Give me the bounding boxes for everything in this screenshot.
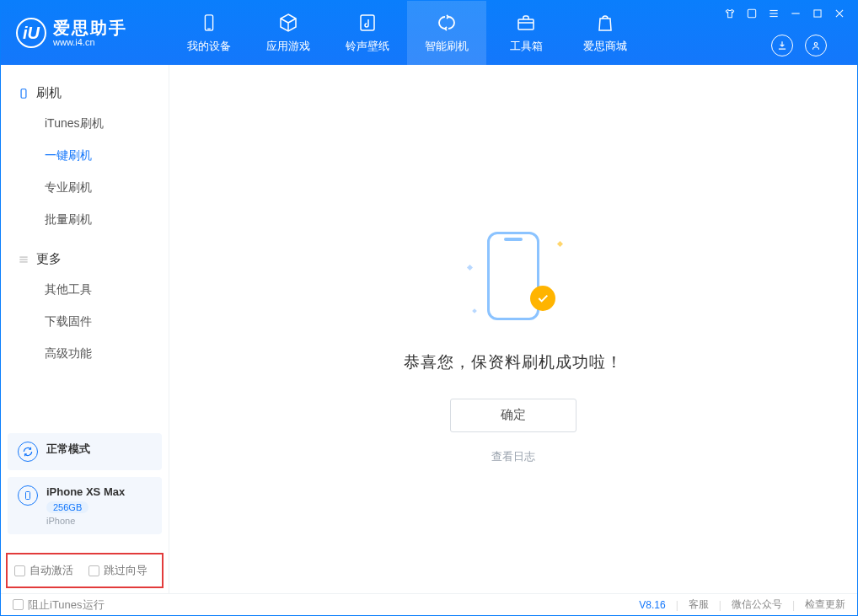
tab-my-device[interactable]: 我的设备 bbox=[169, 1, 249, 65]
app-logo: iU 爱思助手 www.i4.cn bbox=[1, 18, 169, 48]
menu-lines-icon bbox=[18, 254, 29, 265]
tab-label: 爱思商城 bbox=[583, 39, 627, 54]
titlebar: iU 爱思助手 www.i4.cn 我的设备 应用游戏 铃声壁纸 智能刷机 工具… bbox=[1, 1, 857, 65]
check-icon bbox=[530, 286, 555, 311]
lock-icon[interactable] bbox=[746, 8, 758, 19]
link-wechat[interactable]: 微信公众号 bbox=[732, 597, 782, 612]
device-type: iPhone bbox=[46, 516, 125, 526]
device-card-normal-mode[interactable]: 正常模式 bbox=[8, 433, 162, 470]
cube-icon bbox=[277, 12, 299, 34]
music-icon bbox=[357, 12, 378, 34]
tab-label: 工具箱 bbox=[510, 39, 543, 54]
tshirt-icon[interactable] bbox=[724, 8, 736, 19]
device-card-iphone[interactable]: iPhone XS Max 256GB iPhone bbox=[8, 477, 162, 534]
reload-icon bbox=[18, 442, 38, 462]
window-controls bbox=[724, 1, 857, 65]
tab-ringtone-wallpaper[interactable]: 铃声壁纸 bbox=[328, 1, 407, 65]
svg-rect-0 bbox=[205, 15, 212, 30]
svg-rect-2 bbox=[361, 15, 374, 30]
view-log-link[interactable]: 查看日志 bbox=[491, 449, 535, 464]
link-check-update[interactable]: 检查更新 bbox=[805, 597, 845, 612]
sidebar-item-other-tools[interactable]: 其他工具 bbox=[1, 274, 169, 306]
checkbox-label: 阻止iTunes运行 bbox=[28, 597, 105, 613]
checkbox-box bbox=[13, 599, 24, 610]
refresh-icon bbox=[436, 12, 458, 34]
version-label: V8.16 bbox=[639, 599, 665, 611]
app-name: 爱思助手 bbox=[53, 19, 127, 37]
svg-rect-13 bbox=[21, 88, 26, 98]
svg-point-12 bbox=[814, 43, 818, 46]
svg-rect-17 bbox=[26, 492, 30, 500]
phone-small-icon bbox=[18, 485, 38, 506]
sidebar-item-itunes-flash[interactable]: iTunes刷机 bbox=[1, 108, 169, 140]
svg-rect-3 bbox=[518, 19, 534, 29]
statusbar: 阻止iTunes运行 V8.16 | 客服 | 微信公众号 | 检查更新 bbox=[1, 593, 857, 615]
checkbox-label: 跳过向导 bbox=[104, 563, 147, 578]
tab-apps-games[interactable]: 应用游戏 bbox=[249, 1, 328, 65]
main-content: 恭喜您，保资料刷机成功啦！ 确定 查看日志 bbox=[169, 65, 857, 593]
maximize-icon[interactable] bbox=[812, 8, 823, 19]
menu-icon[interactable] bbox=[768, 8, 780, 19]
ok-button[interactable]: 确定 bbox=[450, 399, 576, 432]
checkbox-auto-activate[interactable]: 自动激活 bbox=[14, 563, 73, 578]
main-tabs: 我的设备 应用游戏 铃声壁纸 智能刷机 工具箱 爱思商城 bbox=[169, 1, 645, 65]
checkbox-box bbox=[88, 565, 99, 576]
checkbox-block-itunes[interactable]: 阻止iTunes运行 bbox=[13, 597, 105, 613]
success-illustration bbox=[463, 228, 564, 329]
link-support[interactable]: 客服 bbox=[689, 597, 709, 612]
sidebar-item-download-fw[interactable]: 下载固件 bbox=[1, 306, 169, 338]
tab-toolbox[interactable]: 工具箱 bbox=[486, 1, 566, 65]
logo-badge: iU bbox=[16, 18, 46, 48]
checkbox-skip-guide[interactable]: 跳过向导 bbox=[88, 563, 147, 578]
phone-icon bbox=[18, 88, 29, 99]
sidebar-item-batch-flash[interactable]: 批量刷机 bbox=[1, 204, 169, 236]
sidebar-item-pro-flash[interactable]: 专业刷机 bbox=[1, 172, 169, 204]
svg-rect-9 bbox=[814, 10, 821, 17]
toolbox-icon bbox=[515, 12, 537, 34]
checkbox-box bbox=[14, 565, 25, 576]
checkbox-label: 自动激活 bbox=[29, 563, 73, 578]
sidebar-section-more: 更多 bbox=[1, 244, 169, 274]
close-icon[interactable] bbox=[834, 8, 845, 19]
device-storage-badge: 256GB bbox=[46, 501, 88, 513]
result-title: 恭喜您，保资料刷机成功啦！ bbox=[404, 351, 623, 373]
bag-icon bbox=[594, 12, 616, 34]
minimize-icon[interactable] bbox=[790, 8, 802, 19]
sidebar-section-flash: 刷机 bbox=[1, 78, 169, 108]
device-name: iPhone XS Max bbox=[46, 485, 125, 498]
device-icon bbox=[198, 12, 220, 34]
section-title: 更多 bbox=[36, 251, 62, 267]
device-mode-title: 正常模式 bbox=[46, 442, 90, 455]
tab-label: 应用游戏 bbox=[266, 39, 310, 54]
download-icon[interactable] bbox=[771, 35, 793, 56]
app-url: www.i4.cn bbox=[53, 37, 127, 47]
sidebar-item-advanced[interactable]: 高级功能 bbox=[1, 338, 169, 370]
svg-rect-4 bbox=[748, 9, 755, 17]
tab-store[interactable]: 爱思商城 bbox=[566, 1, 645, 65]
section-title: 刷机 bbox=[36, 85, 62, 101]
tab-label: 铃声壁纸 bbox=[346, 39, 389, 54]
user-icon[interactable] bbox=[805, 35, 827, 56]
tab-label: 智能刷机 bbox=[425, 39, 469, 54]
tab-smart-flash[interactable]: 智能刷机 bbox=[407, 1, 486, 65]
sidebar-item-onekey-flash[interactable]: 一键刷机 bbox=[1, 140, 169, 172]
tab-label: 我的设备 bbox=[187, 39, 231, 54]
sidebar: 刷机 iTunes刷机 一键刷机 专业刷机 批量刷机 更多 其他工具 下载固件 … bbox=[1, 65, 169, 593]
bottom-options-highlight: 自动激活 跳过向导 bbox=[6, 553, 164, 588]
